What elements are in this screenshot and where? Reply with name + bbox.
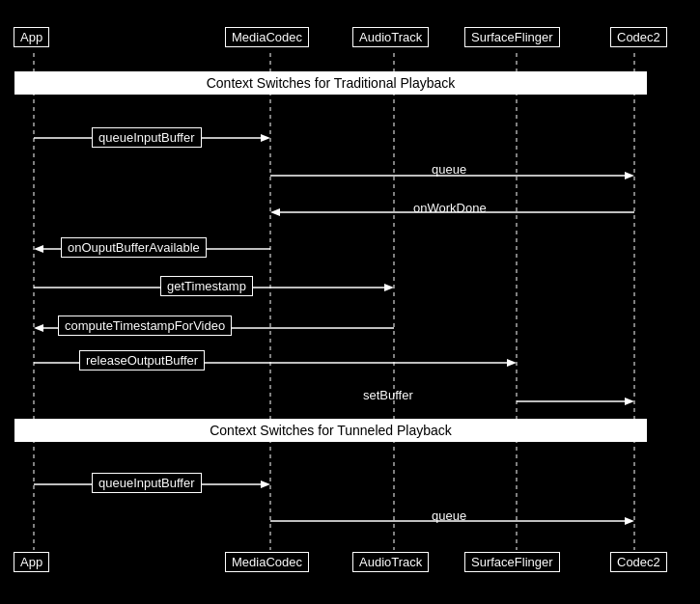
footer-app: App (14, 552, 49, 572)
svg-marker-24 (625, 517, 634, 525)
footer-surfaceflinger: SurfaceFlinger (464, 552, 560, 572)
svg-marker-22 (261, 480, 270, 488)
svg-marker-6 (261, 134, 270, 142)
svg-marker-10 (270, 208, 280, 216)
call-queueinputbuffer-2: queueInputBuffer (92, 473, 202, 493)
call-setbuffer: setBuffer (363, 388, 413, 402)
section1-bar: Context Switches for Traditional Playbac… (14, 71, 647, 95)
svg-marker-16 (34, 324, 43, 332)
diagram: App MediaCodec AudioTrack SurfaceFlinger… (0, 0, 700, 604)
footer-audiotrack: AudioTrack (352, 552, 429, 572)
footer-codec2: Codec2 (610, 552, 667, 572)
footer-mediacodec: MediaCodec (225, 552, 309, 572)
call-queue-2: queue (432, 508, 466, 523)
header-app: App (14, 27, 49, 47)
header-surfaceflinger: SurfaceFlinger (464, 27, 560, 47)
call-releaseoutputbuffer: releaseOutputBuffer (79, 350, 205, 371)
call-gettimestamp: getTimestamp (160, 276, 253, 296)
call-onworkdone: onWorkDone (413, 201, 487, 215)
header-audiotrack: AudioTrack (352, 27, 429, 47)
svg-marker-12 (34, 245, 43, 253)
call-computetimestampforvideo: computeTimestampForVideo (58, 316, 232, 336)
svg-marker-20 (625, 398, 634, 405)
call-queue-1: queue (432, 162, 466, 177)
section2-bar: Context Switches for Tunneled Playback (14, 419, 647, 442)
header-mediacodec: MediaCodec (225, 27, 309, 47)
call-onouputbufferavailable: onOuputBufferAvailable (61, 237, 207, 258)
svg-marker-8 (625, 172, 634, 179)
call-queueinputbuffer-1: queueInputBuffer (92, 127, 202, 148)
svg-marker-14 (384, 284, 394, 291)
header-codec2: Codec2 (610, 27, 667, 47)
svg-marker-18 (507, 359, 517, 367)
